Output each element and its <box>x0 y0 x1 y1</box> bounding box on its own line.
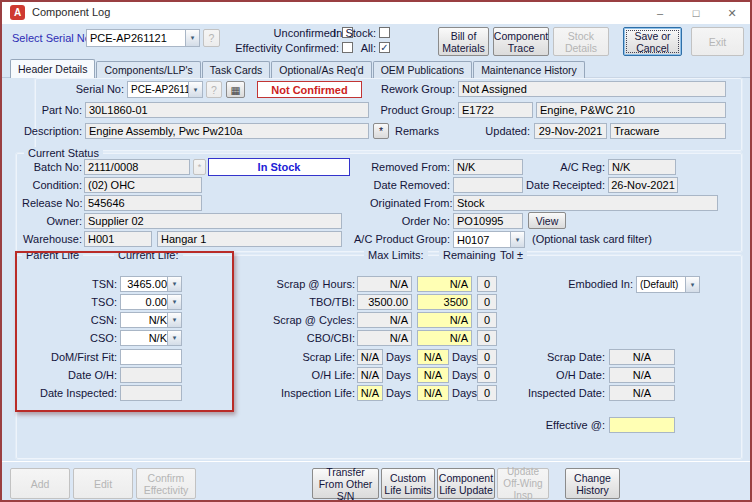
scrap-hours-max-field: N/A <box>357 276 412 292</box>
chevron-down-icon[interactable]: ▾ <box>510 232 524 247</box>
csn-combo[interactable]: N/K ▾ <box>120 312 182 328</box>
scrap-cycles-label: Scrap @ Cycles: <box>263 314 355 326</box>
tab-maintenance-history[interactable]: Maintenance History <box>473 61 585 78</box>
inspection-life-label: Inspection Life: <box>263 387 355 399</box>
tbo-tbi-label: TBO/TBI: <box>263 296 355 308</box>
chevron-down-icon[interactable]: ▾ <box>167 331 181 345</box>
effectivity-confirmed-label: Effectivity Confirmed: <box>229 42 339 54</box>
tab-task-cards[interactable]: Task Cards <box>202 61 271 78</box>
inspection-life-remaining-field[interactable]: N/A <box>417 385 449 401</box>
csn-value: N/K <box>124 314 167 326</box>
condition-label: Condition: <box>22 179 82 191</box>
component-trace-button[interactable]: Component Trace <box>493 27 549 56</box>
ac-product-group-combo[interactable]: H0107 ▾ <box>453 231 525 248</box>
chevron-down-icon[interactable]: ▾ <box>167 313 181 327</box>
tab-header-details[interactable]: Header Details <box>10 59 95 78</box>
embodied-in-combo[interactable]: (Default) ▾ <box>636 276 700 293</box>
all-checkbox[interactable]: ✓ <box>379 42 390 53</box>
transfer-from-other-sn-button[interactable]: Transfer From Other S/N <box>312 468 379 499</box>
inspection-life-max-field[interactable]: N/A <box>357 385 383 401</box>
chevron-down-icon[interactable]: ▾ <box>685 277 699 292</box>
all-label: All: <box>336 42 376 54</box>
tab-strip: Header Details Components/LLP's Task Car… <box>10 59 586 78</box>
change-history-button[interactable]: Change History <box>565 468 620 499</box>
tbo-tbi-remaining-field[interactable]: 3500 <box>417 294 472 310</box>
date-removed-field <box>453 177 523 193</box>
in-stock-checkbox[interactable] <box>379 27 390 38</box>
edit-button: Edit <box>73 468 133 499</box>
select-serial-combo[interactable]: PCE-AP261121 ▾ <box>86 29 200 47</box>
scrap-hours-remaining-field[interactable]: N/A <box>417 276 472 292</box>
current-status-title: Current Status <box>24 147 103 159</box>
date-oh-field <box>120 367 182 383</box>
minimize-icon[interactable]: – <box>642 2 678 24</box>
scrap-life-remaining-field[interactable]: N/A <box>417 349 449 365</box>
ac-product-group-note: (Optional task card filter) <box>532 233 652 245</box>
originated-from-label: Originated From: <box>370 197 450 209</box>
add-button: Add <box>10 468 70 499</box>
remarks-label: Remarks <box>395 125 439 137</box>
cso-combo[interactable]: N/K ▾ <box>120 330 182 346</box>
remarks-asterisk-button[interactable]: * <box>373 123 389 139</box>
chevron-down-icon[interactable]: ▾ <box>167 277 181 291</box>
scrap-cycles-max-field: N/A <box>357 312 412 328</box>
scrap-date-field: N/A <box>609 349 675 365</box>
serial-help-button: ? <box>203 29 220 47</box>
serial-no-combo[interactable]: PCE-AP261121 ▾ <box>127 81 203 98</box>
owner-field: Supplier 02 <box>84 213 342 229</box>
oh-life-label: O/H Life: <box>263 369 355 381</box>
days-suffix: Days <box>386 387 411 399</box>
ac-reg-field: N/K <box>608 159 676 175</box>
oh-date-label: O/H Date: <box>525 369 605 381</box>
date-removed-label: Date Removed: <box>370 179 450 191</box>
oh-life-tol-field: 0 <box>477 367 497 383</box>
batch-no-field: 2111/0008 <box>84 159 190 175</box>
view-order-button[interactable]: View <box>528 212 566 229</box>
inspected-date-field: N/A <box>609 385 675 401</box>
tab-optional-as-reqd[interactable]: Optional/As Req'd <box>271 61 371 78</box>
embodied-in-value: (Default) <box>640 279 685 290</box>
days-suffix: Days <box>386 369 411 381</box>
in-stock-label: In Stock: <box>314 27 376 39</box>
save-or-cancel-button[interactable]: Save or Cancel <box>623 27 682 56</box>
tsn-combo[interactable]: 3465.00 ▾ <box>120 276 182 292</box>
release-no-label: Release No: <box>22 197 82 209</box>
chevron-down-icon[interactable]: ▾ <box>167 295 181 309</box>
effective-at-field[interactable] <box>609 417 675 433</box>
cbo-cbi-remaining-field[interactable]: N/A <box>417 330 472 346</box>
app-icon: A <box>10 5 25 20</box>
component-log-window: A Component Log – □ ✕ Select Serial No: … <box>0 0 752 502</box>
rework-group-field: Not Assigned <box>458 81 726 97</box>
warehouse-code-field: H001 <box>84 231 152 247</box>
cbo-cbi-tol-field: 0 <box>477 330 497 346</box>
component-life-update-button[interactable]: Component Life Update <box>437 468 495 499</box>
dom-first-fit-field[interactable] <box>120 349 182 365</box>
owner-label: Owner: <box>22 215 82 227</box>
stock-details-button: Stock Details <box>553 27 609 56</box>
window-title: Component Log <box>32 6 110 18</box>
copy-icon[interactable]: ▦ <box>226 81 245 98</box>
tab-oem-publications[interactable]: OEM Publications <box>373 61 472 78</box>
tsn-label: TSN: <box>57 278 117 290</box>
tbo-tbi-max-field: 3500.00 <box>357 294 412 310</box>
tbo-tbi-tol-field: 0 <box>477 294 497 310</box>
chevron-down-icon[interactable]: ▾ <box>188 82 202 97</box>
order-no-field: PO10995 <box>453 213 523 229</box>
serial-no-value: PCE-AP261121 <box>131 84 188 95</box>
date-receipted-label: Date Receipted: <box>525 179 605 191</box>
date-inspected-field <box>120 385 182 401</box>
window-controls: – □ ✕ <box>642 2 750 24</box>
cso-value: N/K <box>124 332 167 344</box>
select-serial-value: PCE-AP261121 <box>90 32 185 44</box>
bill-of-materials-button[interactable]: Bill of Materials <box>438 27 489 56</box>
maximize-icon[interactable]: □ <box>678 2 714 24</box>
chevron-down-icon[interactable]: ▾ <box>185 30 199 46</box>
tab-components-llps[interactable]: Components/LLP's <box>96 61 200 78</box>
custom-life-limits-button[interactable]: Custom Life Limits <box>381 468 435 499</box>
updated-by-field: Tracware <box>610 123 726 139</box>
days-suffix: Days <box>386 351 411 363</box>
scrap-cycles-remaining-field[interactable]: N/A <box>417 312 472 328</box>
close-icon[interactable]: ✕ <box>714 2 750 24</box>
oh-life-remaining-field[interactable]: N/A <box>417 367 449 383</box>
tso-combo[interactable]: 0.00 ▾ <box>120 294 182 310</box>
